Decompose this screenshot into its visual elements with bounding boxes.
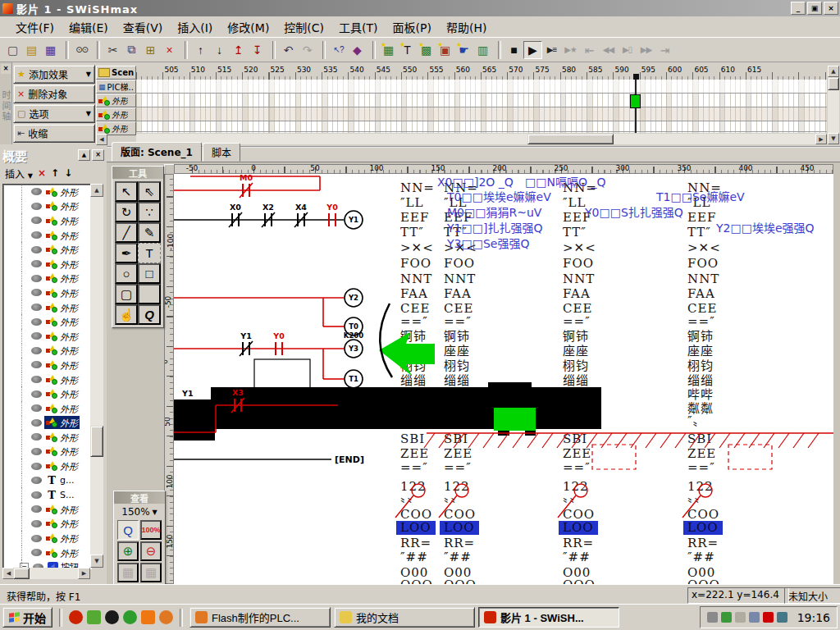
insert-scene-icon[interactable]: ▦★ xyxy=(379,41,398,59)
visibility-eye-icon[interactable] xyxy=(31,404,42,412)
outline-hscrollbar[interactable]: ◀▶ xyxy=(2,568,90,579)
menu-item-5[interactable]: 修改(M) xyxy=(220,16,276,38)
timeline-button-3[interactable]: ▢选项▼ xyxy=(13,104,95,123)
outline-hscroll-thumb[interactable] xyxy=(13,568,30,579)
tree-item-11[interactable]: 外形 xyxy=(3,329,91,344)
start-button[interactable]: 开始 xyxy=(2,607,52,628)
tree-item-3[interactable]: 外形 xyxy=(3,213,91,228)
menu-item-2[interactable]: 编辑(E) xyxy=(62,16,116,38)
visibility-eye-icon[interactable] xyxy=(31,505,42,513)
copy-icon[interactable]: ⧉ xyxy=(122,41,141,59)
timeline-hscrollbar[interactable]: ▶ xyxy=(136,134,827,144)
visibility-eye-icon[interactable] xyxy=(31,347,42,354)
send-back-icon[interactable]: ↧ xyxy=(248,41,267,59)
move-up-icon[interactable]: ↑ xyxy=(191,41,210,59)
timeline-layers-scroll-left[interactable]: ◀ xyxy=(96,134,107,145)
zoom-level-dropdown[interactable]: 150%▼ xyxy=(114,504,165,520)
tree-item-4[interactable]: 外形 xyxy=(3,228,91,243)
visibility-eye-icon[interactable] xyxy=(31,318,42,326)
tree-item-26[interactable]: 外形 xyxy=(3,546,91,560)
pencil-tool[interactable]: ✎ xyxy=(138,222,161,243)
firefox-icon[interactable] xyxy=(159,610,173,624)
tree-item-21[interactable]: Tg... xyxy=(3,473,91,488)
pan-tool[interactable]: ☝ xyxy=(115,304,138,325)
tree-item-25[interactable]: 外形 xyxy=(3,531,91,546)
tree-item-1[interactable]: 外形 xyxy=(3,185,91,199)
insert-image-icon[interactable]: ▩★ xyxy=(417,41,436,59)
tools-palette-title[interactable]: 工具 xyxy=(112,167,163,179)
tree-item-24[interactable]: 外形 xyxy=(3,517,91,532)
visibility-eye-icon[interactable] xyxy=(31,217,42,224)
outline-hscroll-right[interactable]: ▶ xyxy=(78,568,90,579)
tree-item-12[interactable]: 外形 xyxy=(3,344,91,358)
outline-vscroll-thumb[interactable] xyxy=(90,426,103,457)
network-icon[interactable] xyxy=(749,612,760,623)
timeline-button-2[interactable]: ×删除对象 xyxy=(13,84,95,103)
tree-item-22[interactable]: TS... xyxy=(3,487,91,502)
task-button-1[interactable]: Flash制作的PLC... xyxy=(189,607,331,628)
tree-item-5[interactable]: 外形 xyxy=(3,242,91,257)
timeline-layer-PIC梯...[interactable]: ▦PIC梯... xyxy=(96,80,136,94)
timeline-vscroll-up[interactable]: ▲ xyxy=(828,66,839,77)
close-button[interactable]: × xyxy=(824,2,838,15)
outline-vscroll-down[interactable]: ▼ xyxy=(90,555,103,568)
tree-item-19[interactable]: 外形 xyxy=(3,445,91,459)
tree-item-16[interactable]: 外形 xyxy=(3,401,91,416)
visibility-eye-icon[interactable] xyxy=(31,246,42,253)
antivirus-icon[interactable] xyxy=(721,612,732,623)
timeline-vscroll-down[interactable]: ▼ xyxy=(828,133,839,144)
visibility-eye-icon[interactable] xyxy=(31,448,42,455)
insert-content-icon[interactable]: ▣★ xyxy=(436,41,454,59)
title-bar[interactable]: 影片 1 - SWiSHmax _ ▣ × xyxy=(0,0,840,16)
visibility-eye-icon[interactable] xyxy=(31,275,42,282)
outline-move-down-icon[interactable]: ↓ xyxy=(64,167,72,179)
tree-item-13[interactable]: 外形 xyxy=(3,358,91,372)
timeline-vscroll-thumb[interactable] xyxy=(828,77,839,90)
timeline-hscroll-thumb[interactable] xyxy=(527,134,614,144)
select-tool[interactable]: ↖ xyxy=(115,181,138,202)
subselect-tool[interactable]: ⇖ xyxy=(138,181,161,202)
play-timeline-icon[interactable]: ▶≡ xyxy=(542,41,561,59)
tab-layout[interactable]: 版面: Scene_1 xyxy=(112,142,202,162)
visibility-eye-icon[interactable] xyxy=(31,535,42,542)
visibility-eye-icon[interactable] xyxy=(31,304,42,311)
visibility-eye-icon[interactable] xyxy=(31,376,42,383)
tree-item-17[interactable]: 外形 xyxy=(3,416,91,431)
restore-button[interactable]: ▣ xyxy=(807,2,822,15)
timeline-frame-row-shape3[interactable] xyxy=(136,121,827,132)
pen-tool[interactable]: ✒ xyxy=(115,243,138,263)
timeline-layer-Scene_1[interactable]: Scene_1 xyxy=(96,66,136,80)
timeline-hscroll-right[interactable]: ▶ xyxy=(815,134,827,144)
visibility-eye-icon[interactable] xyxy=(31,203,42,210)
reshape-tool[interactable]: ∵ xyxy=(138,202,161,222)
timeline-vscrollbar[interactable]: ▲▼ xyxy=(828,66,839,144)
insert-text-icon[interactable]: T★ xyxy=(398,41,417,59)
tree-item-6[interactable]: 外形 xyxy=(3,257,91,272)
visibility-eye-icon[interactable] xyxy=(31,332,42,340)
outline-vscrollbar[interactable]: ▲▼ xyxy=(90,184,103,568)
tree-item-20[interactable]: 外形 xyxy=(3,459,91,473)
zoom-100-icon[interactable]: 100% xyxy=(140,520,162,540)
timeline-layer-外形[interactable]: 外形 xyxy=(96,94,136,107)
outline-close-icon[interactable]: × xyxy=(92,149,104,161)
view-palette-title[interactable]: 查看 xyxy=(114,491,165,504)
tree-item-23[interactable]: 外形 xyxy=(3,502,91,517)
open-file-icon[interactable]: ▤ xyxy=(22,41,41,59)
task-button-2[interactable]: 我的文档 xyxy=(334,607,475,628)
new-file-icon[interactable]: ▢ xyxy=(3,41,22,59)
find-icon[interactable]: ⊙⊙ xyxy=(72,41,91,59)
timeline-frame-row-shape2[interactable] xyxy=(136,107,827,121)
menu-item-3[interactable]: 查看(V) xyxy=(116,16,171,38)
timeline-frame-row-pic[interactable] xyxy=(136,80,827,94)
visibility-eye-icon[interactable] xyxy=(31,419,42,427)
tab-script[interactable]: 脚本 xyxy=(203,143,240,162)
timeline-close-icon[interactable]: × xyxy=(1,64,11,74)
outline-tree[interactable]: 外形外形外形外形外形外形外形外形外形外形外形外形外形外形外形外形外形外形外形外形… xyxy=(2,184,92,569)
tree-item-9[interactable]: 外形 xyxy=(3,300,91,315)
help-book-icon[interactable]: ◆ xyxy=(348,41,367,59)
menu-item-7[interactable]: 工具(T) xyxy=(331,16,385,38)
visibility-eye-icon[interactable] xyxy=(31,390,42,398)
play-icon[interactable]: ▶ xyxy=(523,41,542,59)
stop-icon[interactable]: ■ xyxy=(504,41,523,59)
outline-move-up-icon[interactable]: ↑ xyxy=(51,167,59,179)
